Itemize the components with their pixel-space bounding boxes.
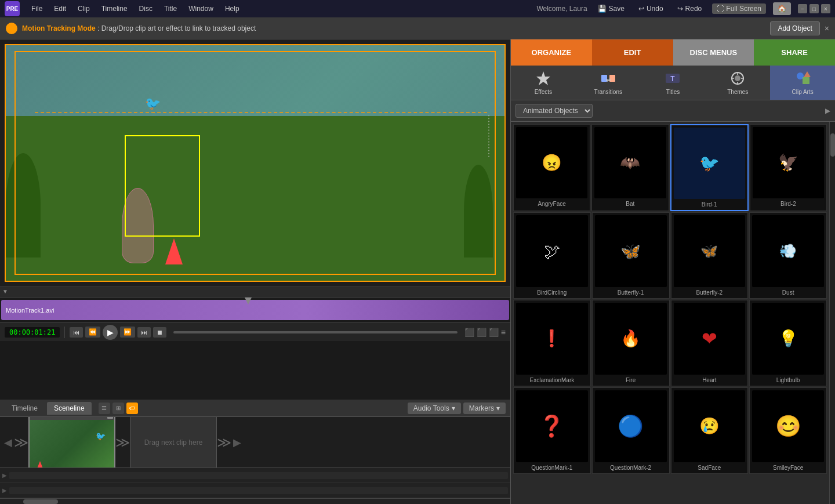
step-forward-button[interactable]: ⏩ (120, 327, 135, 338)
cliparts-label: Clip Arts (792, 89, 813, 95)
progress-slider[interactable] (173, 331, 457, 333)
redo-button[interactable]: ↪ Redo (674, 3, 706, 14)
transition-right[interactable]: ≫ (217, 434, 231, 451)
tab-edit[interactable]: EDIT (592, 39, 673, 66)
horizontal-scrollbar[interactable] (0, 498, 510, 504)
clipart-bat[interactable]: 🦇 Bat (591, 124, 669, 211)
themes-icon (729, 70, 746, 86)
clipart-fire[interactable]: 🔥 Fire (592, 300, 670, 386)
maximize-button[interactable]: □ (809, 4, 819, 13)
close-button[interactable]: × (821, 4, 830, 13)
grid-row-4: ❓ QuestionMark-1 🔵 QuestionMark-2 😢 SadF… (513, 387, 827, 474)
tool-themes[interactable]: Themes (705, 66, 770, 100)
timeline-ruler: ▼ (0, 287, 510, 298)
menu-timeline[interactable]: Timeline (99, 3, 130, 14)
stop-button[interactable]: ⏹ (153, 327, 166, 338)
svg-point-7 (735, 75, 740, 81)
angryface-image: 😠 (516, 127, 587, 198)
clipart-questionmark2[interactable]: 🔵 QuestionMark-2 (592, 387, 670, 474)
clipart-butterfly2[interactable]: 🦋 Butterfly-2 (671, 212, 749, 299)
timeline-track: MotionTrack1.avi (1, 300, 509, 320)
transitions-label: Transitions (594, 89, 622, 95)
scroll-right-button[interactable]: ▶ (231, 436, 243, 449)
clipart-heart[interactable]: ❤ Heart (671, 300, 749, 386)
tag-icon[interactable]: 🏷 (126, 403, 138, 414)
svg-marker-14 (804, 71, 811, 77)
markers-button[interactable]: Markers ▾ (463, 403, 506, 414)
tool-cliparts[interactable]: Clip Arts (770, 66, 835, 100)
audio-track-1: ▶ (0, 468, 510, 483)
butterfly1-image: 🦋 (595, 215, 667, 287)
clipart-questionmark1[interactable]: ❓ QuestionMark-1 (513, 387, 591, 474)
questionmark2-label: QuestionMark-2 (595, 465, 667, 471)
tc-icon-4[interactable]: ≡ (501, 328, 506, 337)
menu-file[interactable]: File (29, 3, 45, 14)
filter-scroll-right[interactable]: ▶ (825, 107, 830, 115)
tab-timeline[interactable]: Timeline (5, 402, 45, 415)
fullscreen-icon: ⛶ (717, 5, 724, 13)
undo-button[interactable]: ↩ Undo (635, 3, 667, 14)
clipart-smileyface[interactable]: 😊 SmileyFace (749, 387, 827, 474)
motion-bar-close[interactable]: × (825, 24, 829, 33)
clipart-exclamationmark[interactable]: ❗ ExclamationMark (513, 300, 591, 386)
tab-organize[interactable]: ORGANIZE (511, 39, 592, 66)
right-nav: ORGANIZE EDIT DISC MENUS SHARE (511, 39, 835, 66)
butterfly1-label: Butterfly-1 (595, 289, 667, 296)
skip-end-button[interactable]: ⏭ (137, 327, 151, 338)
next-clip-placeholder[interactable]: Drag next clip here (130, 417, 217, 467)
category-select[interactable]: Animated Objects Animals Nature People O… (515, 104, 593, 118)
tool-transitions[interactable]: ⇄ Transitions (576, 66, 641, 100)
menu-edit[interactable]: Edit (52, 3, 68, 14)
grid-row-1: 😠 AngryFace 🦇 Bat 🐦 Bird-1 🦅 Bird-2 (513, 124, 827, 211)
fullscreen-button[interactable]: ⛶ Full Screen (712, 3, 766, 14)
scroll-left-button[interactable]: ◀ (2, 436, 14, 449)
clipart-bird1[interactable]: 🐦 Bird-1 (670, 124, 749, 211)
top-bar-right: Welcome, Laura 💾 Save ↩ Undo ↪ Redo ⛶ Fu… (536, 2, 830, 15)
step-back-button[interactable]: ⏪ (85, 327, 100, 338)
minimize-button[interactable]: − (798, 4, 807, 13)
menu-clip[interactable]: Clip (75, 3, 92, 14)
butterfly2-label: Butterfly-2 (674, 289, 746, 296)
tc-icon-3[interactable]: ⬛ (489, 328, 499, 337)
titles-label: Titles (666, 89, 680, 95)
clipart-sadface[interactable]: 😢 SadFace (671, 387, 749, 474)
play-button[interactable]: ▶ (103, 325, 118, 340)
save-button[interactable]: 💾 Save (594, 3, 628, 14)
clipart-dust[interactable]: 💨 Dust (749, 212, 827, 299)
exclamationmark-label: ExclamationMark (516, 377, 588, 383)
scrollbar-thumb (830, 133, 835, 157)
grid-view-button[interactable]: ⊞ (112, 403, 124, 414)
transitions-icon: ⇄ (600, 70, 616, 86)
skip-start-button[interactable]: ⏮ (70, 327, 83, 338)
welcome-text: Welcome, Laura (536, 5, 587, 13)
bottom-sceneline: Timeline Sceneline ☰ ⊞ 🏷 Audio Tools ▾ M… (0, 400, 510, 504)
add-object-button[interactable]: Add Object (770, 21, 819, 35)
markers-dropdown-icon: ▾ (496, 404, 500, 412)
clipart-butterfly1[interactable]: 🦋 Butterfly-1 (592, 212, 670, 299)
dust-image: 💨 (752, 215, 824, 287)
menu-title[interactable]: Title (162, 3, 179, 14)
audio-tools-button[interactable]: Audio Tools ▾ (408, 403, 461, 414)
tc-icon-1[interactable]: ⬛ (464, 328, 474, 337)
list-view-button[interactable]: ☰ (99, 403, 110, 414)
tab-sceneline[interactable]: Sceneline (47, 402, 92, 415)
home-button[interactable]: 🏠 (773, 2, 791, 15)
vertical-scrollbar[interactable] (829, 122, 835, 504)
tab-disc-menus[interactable]: DISC MENUS (673, 39, 754, 66)
tool-titles[interactable]: T Titles (641, 66, 706, 100)
clipart-angryface[interactable]: 😠 AngryFace (513, 124, 590, 211)
tab-share[interactable]: SHARE (754, 39, 835, 66)
clipart-birdcircling[interactable]: 🕊 BirdCircling (513, 212, 591, 299)
birdcircling-label: BirdCircling (516, 289, 588, 296)
clipart-lightbulb[interactable]: 💡 Lightbulb (749, 300, 827, 386)
menu-help[interactable]: Help (223, 3, 242, 14)
clipart-bird2[interactable]: 🦅 Bird-2 (750, 124, 827, 211)
tc-icon-2[interactable]: ⬛ (477, 328, 487, 337)
menu-window[interactable]: Window (186, 3, 216, 14)
bottom-right-tools: Audio Tools ▾ Markers ▾ (408, 403, 506, 414)
transition-left[interactable]: ≫ (14, 434, 28, 451)
transition-middle[interactable]: ≫ (115, 434, 130, 451)
tool-effects[interactable]: Effects (511, 66, 576, 100)
bird2-image: 🦅 (753, 127, 824, 198)
menu-disc[interactable]: Disc (137, 3, 155, 14)
